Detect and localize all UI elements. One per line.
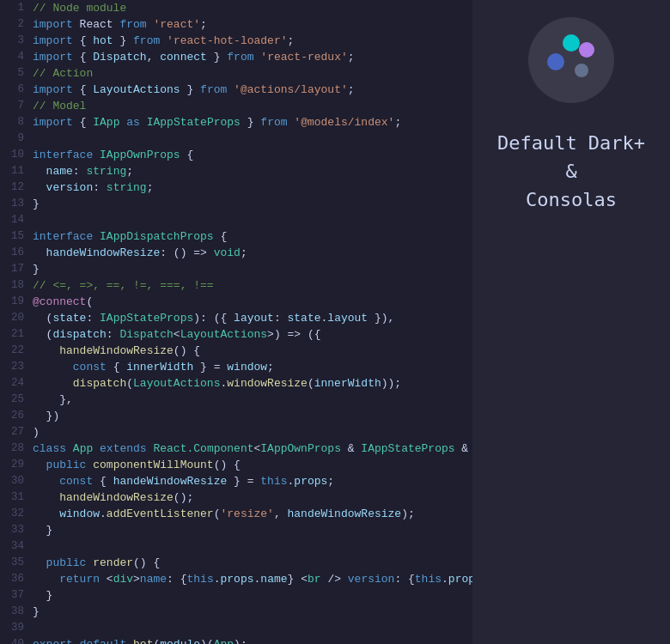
- line-content: window.addEventListener('resize', handeW…: [33, 506, 472, 522]
- panel-title: Default Dark+&Consolas: [497, 129, 645, 214]
- line-number: 38: [0, 604, 33, 620]
- line-number: 18: [0, 277, 33, 294]
- code-line: 20 (state: IAppStateProps): ({ layout: s…: [0, 310, 472, 326]
- line-content: name: string;: [33, 163, 472, 179]
- line-content: handeWindowResize() {: [33, 343, 472, 359]
- line-content: }: [33, 604, 472, 620]
- code-line: 13}: [0, 196, 472, 212]
- line-content: return <div>name: {this.props.name} <br …: [33, 571, 472, 587]
- line-content: import { Dispatch, connect } from 'react…: [33, 49, 472, 65]
- line-number: 21: [0, 326, 33, 343]
- line-number: 22: [0, 343, 33, 359]
- line-content: }: [33, 522, 472, 538]
- code-line: 28class App extends React.Component<IApp…: [0, 440, 472, 457]
- code-line: 7// Model: [0, 98, 472, 114]
- code-line: 19@connect(: [0, 294, 472, 310]
- code-line: 2import React from 'react';: [0, 16, 472, 33]
- line-number: 12: [0, 179, 33, 196]
- line-content: interface IAppOwnProps {: [33, 147, 472, 163]
- code-line: 36 return <div>name: {this.props.name} <…: [0, 571, 472, 587]
- line-number: 2: [0, 16, 33, 33]
- code-line: 12 version: string;: [0, 179, 472, 196]
- line-number: 13: [0, 196, 33, 212]
- line-content: public render() {: [33, 555, 472, 571]
- line-content: // Action: [33, 65, 472, 82]
- line-content: import { hot } from 'react-hot-loader';: [33, 33, 472, 49]
- code-line: 21 (dispatch: Dispatch<LayoutActions>) =…: [0, 326, 472, 343]
- line-number: 15: [0, 228, 33, 245]
- line-number: 7: [0, 98, 33, 114]
- line-content: import { IApp as IAppStateProps } from '…: [33, 114, 472, 131]
- line-number: 11: [0, 163, 33, 179]
- svg-point-3: [575, 64, 588, 77]
- logo-circle: [528, 17, 614, 103]
- line-number: 14: [0, 212, 33, 228]
- code-line: 4import { Dispatch, connect } from 'reac…: [0, 49, 472, 65]
- code-line: 31 handeWindowResize();: [0, 489, 472, 506]
- line-content: const { innerWidth } = window;: [33, 359, 472, 375]
- line-number: 20: [0, 310, 33, 326]
- line-content: interface IAppDispatchProps {: [33, 228, 472, 245]
- line-content: @connect(: [33, 294, 472, 310]
- code-line: 18// <=, =>, ==, !=, ===, !==: [0, 277, 472, 294]
- line-content: }: [33, 196, 472, 212]
- code-line: 27): [0, 424, 472, 440]
- line-content: public componentWillMount() {: [33, 457, 472, 473]
- line-number: 24: [0, 375, 33, 392]
- right-panel: Default Dark+&Consolas: [472, 0, 670, 644]
- code-line: 26 }): [0, 408, 472, 424]
- line-content: const { handeWindowResize } = this.props…: [33, 473, 472, 489]
- line-number: 4: [0, 49, 33, 65]
- line-number: 40: [0, 636, 33, 644]
- line-content: },: [33, 392, 472, 408]
- line-number: 5: [0, 65, 33, 82]
- line-number: 6: [0, 82, 33, 98]
- code-line: 9: [0, 131, 472, 147]
- code-line: 23 const { innerWidth } = window;: [0, 359, 472, 375]
- line-content: // <=, =>, ==, !=, ===, !==: [33, 277, 472, 294]
- line-number: 26: [0, 408, 33, 424]
- line-content: }: [33, 587, 472, 604]
- code-line: 25 },: [0, 392, 472, 408]
- line-content: [33, 620, 472, 636]
- line-number: 8: [0, 114, 33, 131]
- svg-point-0: [563, 34, 580, 52]
- code-line: 32 window.addEventListener('resize', han…: [0, 506, 472, 522]
- code-line: 34: [0, 538, 472, 555]
- code-line: 6import { LayoutActions } from '@actions…: [0, 82, 472, 98]
- code-line: 30 const { handeWindowResize } = this.pr…: [0, 473, 472, 489]
- line-content: import { LayoutActions } from '@actions/…: [33, 82, 472, 98]
- line-content: dispatch(LayoutActions.windowResize(inne…: [33, 375, 472, 392]
- line-content: (state: IAppStateProps): ({ layout: stat…: [33, 310, 472, 326]
- line-content: [33, 212, 472, 228]
- code-line: 5// Action: [0, 65, 472, 82]
- code-line: 35 public render() {: [0, 555, 472, 571]
- line-content: class App extends React.Component<IAppOw…: [33, 440, 472, 457]
- line-number: 29: [0, 457, 33, 473]
- line-number: 10: [0, 147, 33, 163]
- code-line: 10interface IAppOwnProps {: [0, 147, 472, 163]
- code-line: 33 }: [0, 522, 472, 538]
- line-number: 37: [0, 587, 33, 604]
- code-line: 29 public componentWillMount() {: [0, 457, 472, 473]
- line-number: 19: [0, 294, 33, 310]
- code-line: 24 dispatch(LayoutActions.windowResize(i…: [0, 375, 472, 392]
- line-content: export default hot(module)(App);: [33, 636, 472, 644]
- line-number: 31: [0, 489, 33, 506]
- code-area: 1// Node module2import React from 'react…: [0, 0, 472, 644]
- line-number: 16: [0, 245, 33, 261]
- line-number: 33: [0, 522, 33, 538]
- line-number: 39: [0, 620, 33, 636]
- line-number: 30: [0, 473, 33, 489]
- line-number: 36: [0, 571, 33, 587]
- line-number: 9: [0, 131, 33, 147]
- line-number: 35: [0, 555, 33, 571]
- code-line: 3import { hot } from 'react-hot-loader';: [0, 33, 472, 49]
- line-number: 23: [0, 359, 33, 375]
- line-content: handeWindowResize: () => void;: [33, 245, 472, 261]
- line-number: 25: [0, 392, 33, 408]
- line-content: ): [33, 424, 472, 440]
- line-content: version: string;: [33, 179, 472, 196]
- line-content: import React from 'react';: [33, 16, 472, 33]
- line-number: 32: [0, 506, 33, 522]
